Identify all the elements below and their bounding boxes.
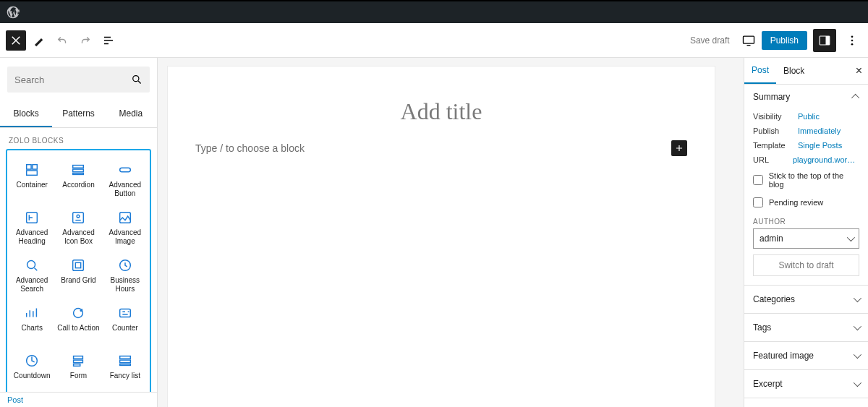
editor-canvas: Add title Type / to choose a block <box>158 58 744 407</box>
publish-button[interactable]: Publish <box>762 31 807 50</box>
block-icon <box>70 257 86 273</box>
block-search[interactable] <box>7 67 150 93</box>
block-item-brand-grid[interactable]: Brand Grid <box>55 250 101 295</box>
template-value[interactable]: Single Posts <box>798 141 842 150</box>
svg-rect-25 <box>74 356 83 359</box>
svg-rect-13 <box>119 168 130 172</box>
sticky-checkbox-row[interactable]: Stick to the top of the blog <box>744 167 868 193</box>
block-item-fancy-list[interactable]: Fancy list <box>102 346 148 390</box>
svg-rect-8 <box>33 165 37 169</box>
url-value[interactable]: playground.wordpress... <box>793 155 859 164</box>
panel-featured-image[interactable]: Featured image <box>744 342 868 370</box>
svg-point-3 <box>851 35 854 38</box>
tools-button[interactable] <box>29 30 49 51</box>
svg-point-18 <box>27 261 35 269</box>
pending-label: Pending review <box>769 198 823 207</box>
block-item-countdown[interactable]: Countdown <box>9 346 55 390</box>
svg-rect-0 <box>743 36 754 43</box>
panel-summary: Summary VisibilityPublic PublishImmediat… <box>744 85 868 286</box>
options-menu-button[interactable] <box>842 30 862 51</box>
panel-summary-toggle[interactable]: Summary <box>744 85 868 109</box>
toggle-inserter-button[interactable] <box>6 30 26 51</box>
block-label: Call to Action <box>57 324 99 333</box>
block-icon <box>117 210 133 226</box>
block-label: Container <box>16 181 47 189</box>
panel-discussion[interactable]: Discussion <box>744 398 868 407</box>
block-search-input[interactable] <box>14 74 131 85</box>
block-icon <box>24 210 40 226</box>
chevron-down-icon <box>854 294 859 304</box>
svg-rect-20 <box>76 262 81 267</box>
visibility-value[interactable]: Public <box>798 112 820 121</box>
svg-rect-9 <box>27 171 38 175</box>
block-icon <box>70 162 86 178</box>
svg-rect-27 <box>74 364 80 367</box>
chevron-down-icon <box>847 234 853 244</box>
block-item-advanced-button[interactable]: Advanced Button <box>102 155 148 200</box>
post-content-area[interactable]: Add title Type / to choose a block <box>168 67 715 407</box>
block-inserter-panel: Blocks Patterns Media ZOLO BLOCKS Contai… <box>0 58 158 407</box>
undo-button[interactable] <box>52 30 72 51</box>
block-label: Advanced Icon Box <box>56 228 100 246</box>
block-label: Accordion <box>62 181 94 189</box>
document-overview-button[interactable] <box>98 30 119 51</box>
pending-checkbox-row[interactable]: Pending review <box>744 193 868 212</box>
block-item-call-to-action[interactable]: Call to Action <box>55 298 101 343</box>
tab-block-settings[interactable]: Block <box>776 59 812 83</box>
svg-rect-26 <box>74 360 83 363</box>
author-value: admin <box>760 234 783 244</box>
tab-patterns[interactable]: Patterns <box>52 101 104 127</box>
wordpress-logo-icon[interactable] <box>6 5 20 20</box>
breadcrumb-post[interactable]: Post <box>0 392 157 407</box>
block-icon <box>70 210 86 226</box>
close-sidebar-button[interactable]: × <box>850 64 868 77</box>
toolbar-right: Save draft Publish <box>684 29 862 52</box>
svg-point-5 <box>851 43 854 45</box>
zolo-blocks-highlighted-group: ContainerAccordionAdvanced ButtonAdvance… <box>6 149 151 392</box>
tab-blocks[interactable]: Blocks <box>0 101 52 127</box>
block-item-container[interactable]: Container <box>9 155 55 200</box>
publish-value[interactable]: Immediately <box>798 127 841 135</box>
block-icon <box>24 162 40 178</box>
panel-excerpt[interactable]: Excerpt <box>744 370 868 398</box>
panel-tags[interactable]: Tags <box>744 314 868 342</box>
settings-sidebar-toggle[interactable] <box>813 29 836 52</box>
sticky-checkbox[interactable] <box>753 175 763 185</box>
panel-excerpt-label: Excerpt <box>753 379 783 389</box>
block-item-counter[interactable]: Counter <box>102 298 148 343</box>
block-item-accordion[interactable]: Accordion <box>55 155 101 200</box>
author-select[interactable]: admin <box>753 228 859 249</box>
svg-rect-30 <box>119 364 130 366</box>
redo-button[interactable] <box>75 30 95 51</box>
tab-post-settings[interactable]: Post <box>744 58 776 84</box>
block-item-charts[interactable]: Charts <box>9 298 55 343</box>
preview-button[interactable] <box>741 33 756 48</box>
block-item-advanced-image[interactable]: Advanced Image <box>102 202 148 247</box>
toolbar-left <box>6 30 119 51</box>
svg-point-6 <box>132 76 138 82</box>
wp-admin-bar <box>0 1 868 23</box>
block-icon <box>24 353 40 369</box>
default-block-prompt[interactable]: Type / to choose a block <box>195 138 671 158</box>
block-item-form[interactable]: Form <box>55 346 101 390</box>
svg-rect-19 <box>73 260 84 271</box>
block-label: Counter <box>112 324 138 333</box>
tab-media[interactable]: Media <box>105 101 157 127</box>
block-item-advanced-heading[interactable]: Advanced Heading <box>9 202 55 247</box>
pending-review-checkbox[interactable] <box>753 197 763 207</box>
post-title-input[interactable]: Add title <box>168 95 715 138</box>
block-item-business-hours[interactable]: Business Hours <box>102 250 148 295</box>
block-item-advanced-icon-box[interactable]: Advanced Icon Box <box>55 202 101 247</box>
svg-rect-12 <box>73 173 84 175</box>
app-root: Save draft Publish Blocks Patterns <box>0 0 868 407</box>
block-item-advanced-search[interactable]: Advanced Search <box>9 250 55 295</box>
panel-categories[interactable]: Categories <box>744 286 868 314</box>
add-block-button[interactable] <box>671 140 687 156</box>
svg-point-4 <box>851 39 854 41</box>
switch-to-draft-button[interactable]: Switch to draft <box>753 254 859 276</box>
block-label: Advanced Search <box>10 276 54 294</box>
chevron-down-icon <box>854 322 859 333</box>
save-draft-button[interactable]: Save draft <box>684 31 736 50</box>
author-label: AUTHOR <box>744 212 868 228</box>
block-label: Charts <box>21 324 42 333</box>
